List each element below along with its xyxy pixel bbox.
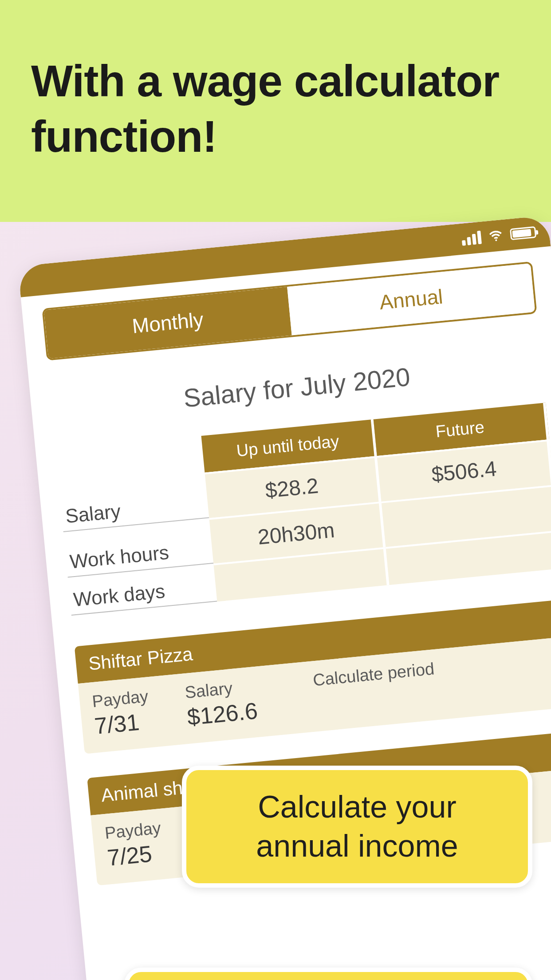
summary-table: Up until today Future Salary $28.2 $506.… — [55, 403, 551, 616]
headline-text: With a wage calculator function! — [31, 53, 520, 164]
tab-annual[interactable]: Annual — [287, 263, 535, 335]
summary-spacer — [55, 436, 205, 486]
status-icons — [461, 225, 536, 247]
signal-icon — [461, 231, 482, 246]
job-card-0[interactable]: Shiftar Pizza Payday 7/31 Salary $126.6 … — [75, 599, 551, 754]
battery-icon — [510, 226, 536, 240]
svg-point-0 — [495, 239, 497, 241]
tab-monthly[interactable]: Monthly — [44, 287, 292, 359]
callout-annual-income: Calculate your annual income — [182, 766, 532, 888]
row-label-salary: Salary — [60, 480, 209, 532]
callout-multiple-jobs: For people working multiple jobs — [124, 968, 532, 980]
headline-banner: With a wage calculator function! — [0, 0, 551, 222]
wifi-icon — [488, 228, 504, 244]
phone-stage: Monthly Annual Salary for July 2020 Up u… — [0, 231, 551, 980]
